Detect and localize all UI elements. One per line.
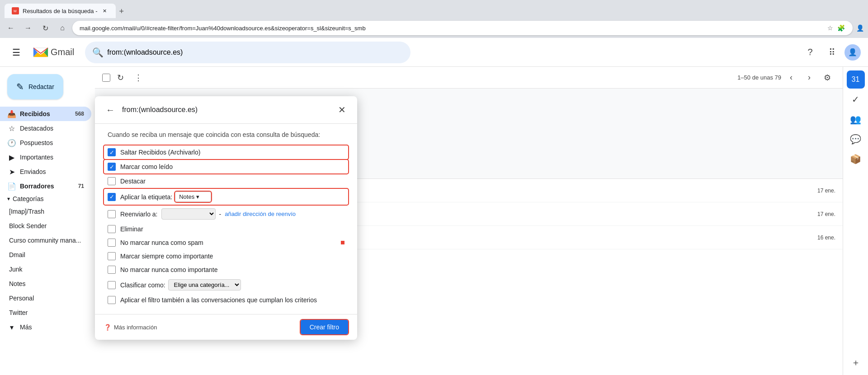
category-select[interactable]: Elige una categoría... (168, 279, 241, 291)
forward-checkbox[interactable] (108, 210, 116, 218)
sidebar-item-snoozed[interactable]: 🕐 Pospuestos (0, 136, 91, 150)
classify-label: Clasificar como: (120, 281, 165, 289)
refresh-button[interactable]: ↻ (38, 21, 52, 35)
forward-button[interactable]: → (21, 21, 35, 35)
sidebar-label-categories: Categorías (13, 195, 43, 202)
forward-select[interactable] (161, 208, 216, 220)
active-tab[interactable]: M Resultados de la búsqueda - ✕ (5, 4, 116, 18)
app-container: ☰ Gmail 🔍 ? ⠿ 👤 (0, 38, 868, 375)
sidebar-item-twitter[interactable]: Twitter (0, 305, 91, 320)
hamburger-menu[interactable]: ☰ (7, 43, 25, 61)
tasks-icon[interactable]: ✓ (847, 90, 865, 108)
label-select[interactable]: Notes ▾ (175, 192, 211, 202)
settings-button[interactable]: ⚙ (819, 70, 835, 86)
sidebar-label-drafts: Borradores (20, 183, 75, 190)
apply-all-checkbox[interactable] (108, 296, 116, 304)
never-spam-checkbox[interactable] (108, 239, 116, 247)
apps-button[interactable]: ⠿ (823, 43, 841, 61)
refresh-emails-button[interactable]: ↻ (112, 70, 128, 86)
calendar-icon[interactable]: 31 (847, 70, 865, 89)
more-toolbar-button[interactable]: ⋮ (130, 70, 146, 86)
forward-label: Reenviarlo a: (120, 211, 158, 218)
dropbox-icon[interactable]: 📦 (847, 150, 865, 168)
add-forward-address-link[interactable]: añadir dirección de reenvío (225, 211, 296, 217)
tab-title: Resultados de la búsqueda - (23, 8, 98, 14)
sidebar-item-block-sender[interactable]: Block Sender (0, 219, 91, 233)
gmail-text: Gmail (51, 47, 74, 57)
sidebar-item-notes[interactable]: Notes (0, 277, 91, 291)
always-important-checkbox[interactable] (108, 252, 116, 260)
filter-option-never-spam: No marcar nunca como spam (104, 236, 348, 249)
create-filter-button[interactable]: Crear filtro (301, 320, 348, 334)
inbox-icon: 📥 (7, 110, 16, 118)
search-input[interactable] (107, 48, 403, 56)
forward-row: Reenviarlo a: - añadir dirección de reen… (120, 208, 296, 220)
gmail-header: ☰ Gmail 🔍 ? ⠿ 👤 (0, 38, 868, 67)
apply-label-checkbox[interactable]: ✓ (108, 193, 116, 201)
sidebar-item-sent[interactable]: ➤ Enviados (0, 164, 91, 179)
sidebar-label-inbox: Recibidos (20, 110, 71, 117)
tab-favicon: M (12, 7, 19, 14)
never-important-checkbox[interactable] (108, 266, 116, 274)
star-checkbox[interactable] (108, 177, 116, 185)
filter-option-apply-label: ✓ Aplicar la etiqueta: Notes ▾ (104, 189, 348, 205)
filter-option-forward: Reenviarlo a: - añadir dirección de reen… (104, 206, 348, 222)
label-select-value: Notes (179, 193, 194, 200)
back-button[interactable]: ← (4, 21, 18, 35)
mark-read-label: Marcar como leído (120, 163, 173, 170)
chat-icon[interactable]: 💬 (847, 130, 865, 148)
sent-icon: ➤ (7, 168, 16, 176)
new-tab-button[interactable]: + (116, 5, 128, 18)
profile-avatar-browser[interactable]: 👤 (855, 23, 864, 33)
address-bar-row: ← → ↻ ⌂ mail.google.com/mail/u/0/#create… (0, 18, 868, 38)
select-all-checkbox[interactable] (102, 74, 110, 82)
tab-close-button[interactable]: ✕ (101, 7, 108, 14)
home-button[interactable]: ⌂ (55, 21, 70, 35)
never-important-label: No marcar nunca como importante (120, 266, 218, 273)
mark-read-checkbox[interactable]: ✓ (108, 163, 116, 171)
search-icon: 🔍 (92, 47, 104, 58)
contacts-icon[interactable]: 👥 (847, 110, 865, 128)
sidebar-item-more[interactable]: ▾ Más (0, 320, 91, 334)
help-circle-icon: ❓ (104, 324, 111, 331)
skip-inbox-checkbox[interactable]: ✓ (108, 148, 116, 156)
sidebar-label-block-sender: Block Sender (9, 222, 84, 230)
sidebar-item-personal[interactable]: Personal (0, 291, 91, 305)
search-bar[interactable]: 🔍 (85, 42, 410, 63)
more-info-link[interactable]: ❓ Más información (104, 324, 157, 331)
next-page-button[interactable]: › (801, 70, 817, 86)
dialog-close-button[interactable]: ✕ (334, 102, 350, 118)
url-display: mail.google.com/mail/u/0/#create-filter/… (80, 25, 822, 32)
sidebar-item-junk[interactable]: Junk (0, 262, 91, 277)
browser-chrome: M Resultados de la búsqueda - ✕ + (0, 0, 868, 18)
browser-tabs: M Resultados de la búsqueda - ✕ + (5, 0, 127, 18)
add-addon-icon[interactable]: ＋ (847, 353, 865, 371)
sidebar-label-sent: Enviados (20, 168, 84, 175)
dialog-back-button[interactable]: ← (102, 102, 118, 118)
dialog-search-input[interactable] (122, 106, 330, 114)
extensions-icon[interactable]: 🧩 (836, 23, 845, 33)
help-button[interactable]: ? (801, 43, 819, 61)
sidebar-item-curso[interactable]: Curso community mana... (0, 233, 91, 248)
pagination-text: 1–50 de unas 79 (737, 74, 781, 81)
bookmark-icon[interactable]: ☆ (826, 23, 835, 33)
prev-page-button[interactable]: ‹ (783, 70, 799, 86)
categorize-checkbox[interactable] (108, 281, 116, 289)
forward-separator: - (219, 211, 222, 218)
delete-checkbox[interactable] (108, 225, 116, 233)
address-bar[interactable]: mail.google.com/mail/u/0/#create-filter/… (72, 21, 853, 35)
sidebar-item-starred[interactable]: ☆ Destacados (0, 121, 91, 136)
gmail-logo-icon (33, 46, 49, 59)
sidebar-item-imap-trash[interactable]: [Imap]/Trash (0, 204, 91, 219)
sidebar-item-important[interactable]: ▶ Importantes (0, 150, 91, 164)
sidebar-item-categories[interactable]: ▾ Categorías (0, 193, 95, 204)
user-avatar[interactable]: 👤 (844, 44, 861, 61)
sidebar-item-drafts[interactable]: 📄 Borradores 71 (0, 179, 91, 193)
sidebar-item-inbox[interactable]: 📥 Recibidos 568 (0, 107, 91, 121)
compose-button[interactable]: ✎ Redactar (7, 74, 63, 99)
sidebar-count-drafts: 71 (78, 183, 84, 189)
skip-inbox-label: Saltar Recibidos (Archivarlo) (120, 149, 200, 156)
sidebar-label-personal: Personal (9, 295, 84, 302)
sidebar-item-dmail[interactable]: Dmail (0, 248, 91, 262)
filter-option-categorize: Clasificar como: Elige una categoría... (104, 277, 348, 293)
